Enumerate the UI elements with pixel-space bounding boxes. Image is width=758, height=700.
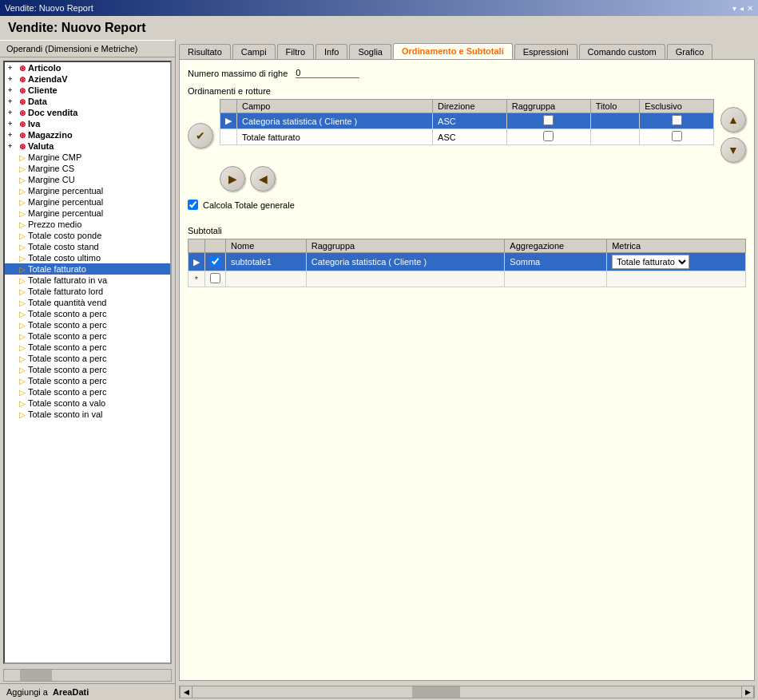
tab-grafico[interactable]: Grafico: [667, 44, 712, 59]
tab-espressioni[interactable]: Espressioni: [514, 44, 577, 59]
expand-icon[interactable]: +: [8, 120, 19, 128]
check-cell[interactable]: [205, 253, 226, 271]
tree-item[interactable]: ▷Totale costo stand: [5, 241, 170, 252]
tab-info[interactable]: Info: [316, 44, 347, 59]
raggruppa-checkbox[interactable]: [543, 131, 554, 141]
metrica-select[interactable]: Totale fatturato: [612, 255, 689, 269]
move-down-button[interactable]: ▼: [720, 137, 746, 163]
tree-item[interactable]: +⊛Cliente: [5, 85, 170, 96]
expand-icon[interactable]: +: [8, 64, 19, 72]
check-cell[interactable]: [205, 271, 226, 287]
tree-item[interactable]: ▷Margine CMP: [5, 152, 170, 163]
aggregazione-cell[interactable]: [505, 271, 607, 287]
titolo-cell[interactable]: [590, 129, 640, 145]
table-row[interactable]: Totale fatturato ASC: [220, 129, 714, 145]
tab-comando-custom[interactable]: Comando custom: [579, 44, 665, 59]
direzione-cell[interactable]: ASC: [433, 113, 507, 129]
tree-item[interactable]: +⊛Doc vendita: [5, 107, 170, 118]
move-up-button[interactable]: ▲: [720, 107, 746, 132]
tree-item[interactable]: ▷Totale costo ultimo: [5, 252, 170, 263]
table-row[interactable]: *: [189, 271, 746, 287]
tree-item[interactable]: ▷Totale sconto in val: [5, 409, 170, 420]
raggruppa-cell[interactable]: [506, 113, 590, 129]
tree-item[interactable]: +⊛Valuta: [5, 140, 170, 152]
tree-item[interactable]: ▷Totale sconto a perc: [5, 330, 170, 342]
expand-icon[interactable]: +: [8, 131, 19, 139]
tree-item[interactable]: ▷Totale sconto a perc: [5, 386, 170, 397]
esclusivo-checkbox[interactable]: [672, 131, 682, 141]
tree-item[interactable]: ▷Totale sconto a perc: [5, 308, 170, 319]
tree-item[interactable]: ▷Totale sconto a perc: [5, 375, 170, 386]
esclusivo-cell[interactable]: [640, 113, 714, 129]
tab-risultato[interactable]: Risultato: [179, 44, 231, 59]
tree-item[interactable]: ▷Totale sconto a perc: [5, 353, 170, 364]
tree-container[interactable]: +⊛Articolo+⊛AziendaV+⊛Cliente+⊛Data+⊛Doc…: [3, 61, 172, 664]
nome-cell[interactable]: [226, 271, 307, 287]
tree-item[interactable]: +⊛Data: [5, 96, 170, 107]
expand-icon[interactable]: +: [8, 75, 19, 83]
title-bar-controls[interactable]: ▾ ◂ ✕: [732, 4, 753, 13]
scroll-left-btn[interactable]: ◀: [180, 686, 192, 698]
tab-soglia[interactable]: Soglia: [349, 44, 391, 59]
max-rows-input[interactable]: [296, 68, 359, 78]
minimize-icon[interactable]: ▾: [732, 4, 736, 13]
tab-filtro[interactable]: Filtro: [277, 44, 314, 59]
row-checkbox[interactable]: [210, 256, 220, 267]
tab-campi[interactable]: Campi: [232, 44, 276, 59]
tree-item[interactable]: ▷Totale fatturato in va: [5, 275, 170, 286]
expand-icon[interactable]: +: [8, 109, 19, 117]
direzione-cell[interactable]: ASC: [433, 129, 507, 145]
metrica-cell[interactable]: Totale fatturato: [607, 253, 746, 271]
col-titolo: Titolo: [590, 100, 640, 113]
tab-ordinamento-e-subtotali[interactable]: Ordinamento e Subtotali: [393, 43, 513, 59]
tree-item[interactable]: ▷Margine percentual: [5, 196, 170, 208]
tree-item[interactable]: ▷Totale fatturato: [5, 263, 170, 275]
confirm-button[interactable]: ✔: [188, 123, 213, 148]
tree-item[interactable]: ▷Totale quantità vend: [5, 297, 170, 308]
raggruppa-cell[interactable]: [306, 271, 505, 287]
tree-item[interactable]: ▷Margine CS: [5, 163, 170, 174]
tree-item-label: Totale sconto a perc: [28, 387, 106, 397]
tree-item[interactable]: +⊛Iva: [5, 118, 170, 129]
bottom-scrollbar[interactable]: ◀ ▶: [179, 686, 755, 698]
add-right-button[interactable]: ▶: [220, 166, 245, 192]
tree-item[interactable]: ▷Margine percentual: [5, 185, 170, 196]
campo-cell[interactable]: Totale fatturato: [237, 129, 433, 145]
raggruppa-cell[interactable]: [506, 129, 590, 145]
tree-item[interactable]: +⊛Articolo: [5, 62, 170, 73]
table-row[interactable]: ▶ Categoria statistica ( Cliente ) ASC: [220, 113, 714, 129]
campo-cell[interactable]: Categoria statistica ( Cliente ): [237, 113, 433, 129]
esclusivo-cell[interactable]: [640, 129, 714, 145]
tree-item[interactable]: ▷Totale costo ponde: [5, 230, 170, 241]
tree-item[interactable]: ▷Margine CU: [5, 174, 170, 185]
titolo-cell[interactable]: [590, 113, 640, 129]
scroll-right-btn[interactable]: ▶: [741, 686, 754, 698]
table-row[interactable]: ▶ subtotale1 Categoria statistica ( Clie…: [189, 253, 746, 271]
remove-left-button[interactable]: ◀: [250, 166, 276, 192]
tree-item[interactable]: +⊛Magazzino: [5, 129, 170, 140]
subtotali-table: Nome Raggruppa Aggregazione Metrica ▶ su…: [188, 239, 746, 287]
expand-icon[interactable]: +: [8, 97, 19, 105]
horizontal-scrollbar[interactable]: [3, 669, 172, 682]
tree-item[interactable]: ▷Totale sconto a perc: [5, 364, 170, 375]
expand-icon[interactable]: +: [8, 86, 19, 94]
aggregazione-cell[interactable]: Somma: [505, 253, 607, 271]
tree-item[interactable]: ▷Totale sconto a perc: [5, 319, 170, 330]
tree-item[interactable]: ▷Prezzo medio: [5, 219, 170, 230]
esclusivo-checkbox[interactable]: [672, 115, 682, 125]
dimension-icon: ⊛: [19, 120, 26, 129]
raggruppa-cell[interactable]: Categoria statistica ( Cliente ): [306, 253, 505, 271]
tree-item[interactable]: ▷Margine percentual: [5, 208, 170, 219]
tree-item[interactable]: ▷Totale fatturato lord: [5, 286, 170, 297]
restore-icon[interactable]: ◂: [740, 4, 744, 13]
raggruppa-checkbox[interactable]: [543, 115, 554, 125]
nome-cell[interactable]: subtotale1: [226, 253, 307, 271]
sorting-table-header: Campo Direzione Raggruppa Titolo Esclusi…: [220, 100, 714, 113]
tree-item[interactable]: ▷Totale sconto a perc: [5, 342, 170, 353]
close-icon[interactable]: ✕: [747, 4, 753, 13]
tree-item[interactable]: +⊛AziendaV: [5, 73, 170, 85]
expand-icon[interactable]: +: [8, 142, 19, 150]
row-checkbox[interactable]: [210, 273, 220, 283]
tree-item[interactable]: ▷Totale sconto a valo: [5, 397, 170, 409]
calc-totale-checkbox[interactable]: [188, 200, 198, 210]
